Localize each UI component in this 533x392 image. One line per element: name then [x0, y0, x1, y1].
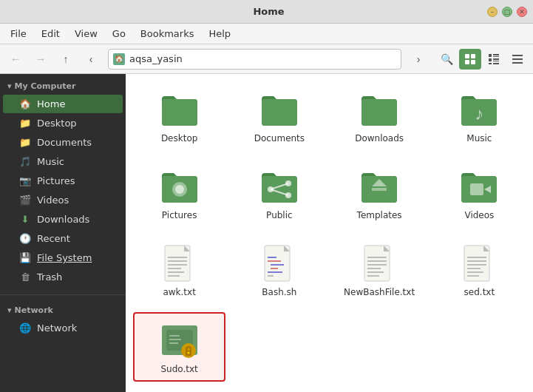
sidebar-item-filesystem[interactable]: 💾 File System	[3, 249, 123, 267]
menu-file[interactable]: File	[3, 25, 34, 42]
left-nav-button[interactable]: ‹	[80, 49, 102, 70]
expand-network-icon: ▾	[7, 305, 12, 315]
sidebar-item-documents-label: Documents	[37, 137, 92, 148]
menu-bookmarks[interactable]: Bookmarks	[133, 25, 202, 42]
svg-rect-11	[493, 63, 499, 64]
home-icon: 🏠	[19, 98, 31, 109]
svg-rect-1	[471, 54, 475, 58]
close-button[interactable]: ✕	[517, 7, 527, 17]
maximize-button[interactable]: □	[502, 7, 512, 17]
downloads-icon: ⬇	[19, 214, 31, 225]
svg-rect-7	[489, 58, 492, 61]
sidebar-item-network[interactable]: 🌐 Network	[3, 319, 123, 337]
svg-text:♪: ♪	[475, 104, 483, 124]
sidebar-item-pictures[interactable]: 📷 Pictures	[3, 172, 123, 190]
svg-rect-9	[493, 61, 499, 61]
sidebar-item-desktop[interactable]: 📁 Desktop	[3, 114, 123, 132]
file-icon-newbash	[359, 243, 400, 284]
svg-point-66	[187, 352, 189, 354]
file-item-videos[interactable]: Videos	[433, 158, 526, 228]
file-icon-bash	[259, 243, 300, 284]
sidebar-my-computer-header: ▾ My Computer	[0, 78, 126, 94]
up-button[interactable]: ↑	[55, 49, 77, 70]
sidebar-item-pictures-label: Pictures	[37, 175, 75, 186]
documents-icon: 📁	[19, 137, 31, 148]
file-icon-desktop	[159, 89, 200, 130]
file-area: Desktop Documents Downloads ♪ Music Pict…	[126, 74, 533, 392]
view-compact-button[interactable]	[483, 49, 505, 70]
view-list-button[interactable]	[506, 49, 529, 70]
minimize-button[interactable]: –	[487, 7, 498, 17]
file-label-newbash: NewBashFile.txt	[344, 287, 415, 297]
file-item-pictures[interactable]: Pictures	[133, 158, 225, 228]
titlebar: Home – □ ✕	[0, 0, 533, 24]
menu-go[interactable]: Go	[105, 25, 133, 42]
sidebar-item-downloads-label: Downloads	[37, 214, 89, 225]
file-label-pictures: Pictures	[162, 210, 197, 220]
pictures-icon: 📷	[19, 175, 31, 186]
search-button[interactable]: 🔍	[435, 49, 458, 70]
file-icon-music: ♪	[458, 89, 500, 130]
network-section-label: Network	[15, 305, 53, 315]
sidebar-network-header: ▾ Network	[0, 303, 126, 318]
sidebar-item-videos[interactable]: 🎬 Videos	[3, 191, 123, 209]
menubar: FileEditViewGoBookmarksHelp	[0, 24, 533, 44]
sidebar-item-network-label: Network	[37, 322, 77, 334]
sidebar-item-music[interactable]: 🎵 Music	[3, 152, 123, 171]
file-icon-awk	[159, 243, 200, 284]
sidebar-item-recent[interactable]: 🕐 Recent	[3, 229, 123, 248]
file-item-awk[interactable]: awk.txt	[133, 235, 225, 305]
sidebar-item-trash[interactable]: 🗑 Trash	[3, 268, 123, 286]
file-item-bash[interactable]: Bash.sh	[233, 235, 325, 305]
file-label-templates: Templates	[357, 210, 402, 220]
toolbar: ← → ↑ ‹ 🏠 aqsa_yasin › 🔍	[0, 44, 533, 74]
recent-icon: 🕐	[19, 233, 31, 244]
menu-edit[interactable]: Edit	[34, 25, 67, 42]
sidebar-item-music-label: Music	[37, 156, 64, 167]
file-item-templates[interactable]: Templates	[333, 158, 426, 228]
file-label-bash: Bash.sh	[262, 287, 296, 297]
file-label-sed: sed.txt	[464, 287, 495, 297]
svg-rect-0	[465, 54, 469, 58]
file-label-awk: awk.txt	[163, 287, 195, 297]
svg-rect-12	[512, 55, 523, 56]
file-item-public[interactable]: Public	[233, 158, 325, 228]
svg-rect-5	[493, 54, 499, 55]
file-label-downloads: Downloads	[355, 133, 404, 143]
view-grid-button[interactable]	[459, 49, 481, 70]
file-label-sudo: Sudo.txt	[160, 364, 197, 374]
toolbar-view-controls: 🔍	[435, 49, 529, 70]
location-bar[interactable]: 🏠 aqsa_yasin	[108, 49, 401, 70]
file-item-downloads[interactable]: Downloads	[333, 81, 426, 151]
file-item-newbash[interactable]: NewBashFile.txt	[333, 235, 426, 305]
sidebar-network-section: ▾ Network 🌐 Network	[0, 298, 126, 342]
file-item-music[interactable]: ♪ Music	[433, 81, 526, 151]
file-item-sudo[interactable]: Sudo.txt	[133, 312, 225, 382]
svg-point-17	[175, 185, 184, 194]
main-area: ▾ My Computer 🏠 Home 📁 Desktop 📁 Documen…	[0, 74, 533, 392]
right-nav-button[interactable]: ›	[407, 49, 430, 70]
sidebar-item-downloads[interactable]: ⬇ Downloads	[3, 210, 123, 229]
sidebar-item-recent-label: Recent	[37, 233, 70, 244]
sidebar-item-home-label: Home	[37, 98, 65, 109]
back-button[interactable]: ←	[4, 49, 27, 70]
sidebar-item-home[interactable]: 🏠 Home	[3, 95, 123, 113]
sidebar-item-filesystem-label: File System	[37, 252, 92, 263]
file-item-sed[interactable]: sed.txt	[433, 235, 526, 305]
sidebar-item-documents[interactable]: 📁 Documents	[3, 133, 123, 152]
file-label-videos: Videos	[464, 210, 494, 220]
file-item-documents[interactable]: Documents	[233, 81, 325, 151]
sidebar-my-computer-section: ▾ My Computer 🏠 Home 📁 Desktop 📁 Documen…	[0, 74, 126, 291]
menu-view[interactable]: View	[67, 25, 105, 42]
file-icon-videos	[458, 166, 500, 207]
expand-icon: ▾	[7, 81, 12, 91]
file-item-desktop[interactable]: Desktop	[133, 81, 225, 151]
videos-icon: 🎬	[19, 195, 31, 206]
file-label-documents: Documents	[254, 133, 305, 143]
window-controls: – □ ✕	[487, 7, 527, 17]
file-icon-public	[259, 166, 300, 207]
svg-rect-2	[465, 60, 469, 64]
forward-button[interactable]: →	[30, 49, 52, 70]
file-icon-downloads	[359, 89, 400, 130]
menu-help[interactable]: Help	[201, 25, 238, 42]
